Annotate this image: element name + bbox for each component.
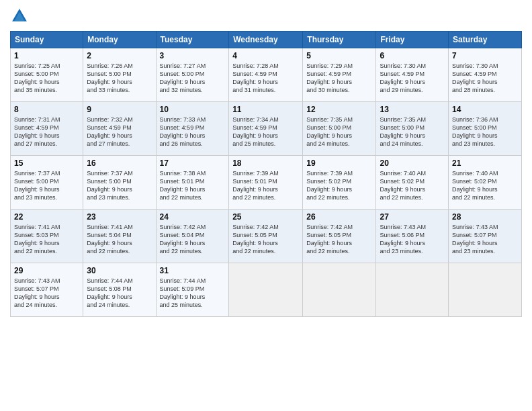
day-number: 20 [380,158,445,168]
calendar-cell: 8Sunrise: 7:31 AM Sunset: 4:59 PM Daylig… [11,102,83,156]
day-number: 24 [160,212,226,222]
calendar-cell: 3Sunrise: 7:27 AM Sunset: 5:00 PM Daylig… [156,48,229,102]
day-info: Sunrise: 7:33 AM Sunset: 4:59 PM Dayligh… [160,116,226,148]
calendar-week-4: 22Sunrise: 7:41 AM Sunset: 5:03 PM Dayli… [11,210,522,263]
calendar-cell: 11Sunrise: 7:34 AM Sunset: 4:59 PM Dayli… [229,102,303,156]
calendar-cell: 17Sunrise: 7:38 AM Sunset: 5:01 PM Dayli… [156,156,229,210]
day-number: 27 [380,212,445,222]
day-number: 13 [380,105,445,114]
day-number: 15 [14,158,79,168]
day-header-friday: Friday [376,32,449,48]
day-info: Sunrise: 7:25 AM Sunset: 5:00 PM Dayligh… [14,62,79,95]
day-info: Sunrise: 7:42 AM Sunset: 5:05 PM Dayligh… [306,223,372,256]
day-info: Sunrise: 7:27 AM Sunset: 5:00 PM Dayligh… [160,62,226,95]
day-number: 2 [87,51,152,60]
day-number: 22 [14,212,79,222]
calendar-cell: 10Sunrise: 7:33 AM Sunset: 4:59 PM Dayli… [156,102,229,156]
calendar-cell: 27Sunrise: 7:43 AM Sunset: 5:06 PM Dayli… [376,210,449,263]
day-info: Sunrise: 7:43 AM Sunset: 5:07 PM Dayligh… [452,223,518,256]
page-container: SundayMondayTuesdayWednesdayThursdayFrid… [0,0,532,324]
calendar-header-row: SundayMondayTuesdayWednesdayThursdayFrid… [11,32,522,48]
day-number: 6 [380,51,445,60]
day-number: 3 [160,51,226,60]
calendar-cell: 2Sunrise: 7:26 AM Sunset: 5:00 PM Daylig… [83,48,156,102]
calendar-cell [449,263,522,317]
day-info: Sunrise: 7:37 AM Sunset: 5:00 PM Dayligh… [87,169,152,202]
calendar-cell: 18Sunrise: 7:39 AM Sunset: 5:01 PM Dayli… [229,156,303,210]
day-info: Sunrise: 7:35 AM Sunset: 5:00 PM Dayligh… [380,116,445,148]
calendar-week-3: 15Sunrise: 7:37 AM Sunset: 5:00 PM Dayli… [11,156,522,210]
day-number: 8 [14,105,79,114]
calendar-cell [303,263,376,317]
calendar-cell: 31Sunrise: 7:44 AM Sunset: 5:09 PM Dayli… [156,263,229,317]
calendar-cell [229,263,303,317]
calendar-cell: 19Sunrise: 7:39 AM Sunset: 5:02 PM Dayli… [303,156,376,210]
calendar-cell: 7Sunrise: 7:30 AM Sunset: 4:59 PM Daylig… [449,48,522,102]
day-info: Sunrise: 7:38 AM Sunset: 5:01 PM Dayligh… [160,169,226,202]
calendar-cell: 14Sunrise: 7:36 AM Sunset: 5:00 PM Dayli… [449,102,522,156]
day-info: Sunrise: 7:31 AM Sunset: 4:59 PM Dayligh… [14,116,79,148]
day-number: 26 [306,212,372,222]
calendar-cell: 21Sunrise: 7:40 AM Sunset: 5:02 PM Dayli… [449,156,522,210]
day-header-saturday: Saturday [449,32,522,48]
day-number: 10 [160,105,226,114]
calendar-cell: 30Sunrise: 7:44 AM Sunset: 5:08 PM Dayli… [83,263,156,317]
calendar-cell: 22Sunrise: 7:41 AM Sunset: 5:03 PM Dayli… [11,210,83,263]
calendar-cell: 15Sunrise: 7:37 AM Sunset: 5:00 PM Dayli… [11,156,83,210]
calendar-cell: 1Sunrise: 7:25 AM Sunset: 5:00 PM Daylig… [11,48,83,102]
calendar-cell: 9Sunrise: 7:32 AM Sunset: 4:59 PM Daylig… [83,102,156,156]
day-info: Sunrise: 7:39 AM Sunset: 5:01 PM Dayligh… [232,169,299,202]
page-header [10,7,522,26]
logo [10,7,32,26]
day-header-wednesday: Wednesday [229,32,303,48]
day-number: 30 [87,266,152,275]
day-number: 25 [232,212,299,222]
calendar-cell: 5Sunrise: 7:29 AM Sunset: 4:59 PM Daylig… [303,48,376,102]
calendar-cell: 28Sunrise: 7:43 AM Sunset: 5:07 PM Dayli… [449,210,522,263]
day-info: Sunrise: 7:40 AM Sunset: 5:02 PM Dayligh… [380,169,445,202]
day-info: Sunrise: 7:41 AM Sunset: 5:04 PM Dayligh… [87,223,152,256]
day-number: 7 [452,51,518,60]
day-number: 1 [14,51,79,60]
day-number: 28 [452,212,518,222]
calendar-cell: 4Sunrise: 7:28 AM Sunset: 4:59 PM Daylig… [229,48,303,102]
day-info: Sunrise: 7:44 AM Sunset: 5:08 PM Dayligh… [87,277,152,310]
logo-icon [10,7,29,26]
day-number: 17 [160,158,226,168]
calendar-cell: 16Sunrise: 7:37 AM Sunset: 5:00 PM Dayli… [83,156,156,210]
calendar-cell: 24Sunrise: 7:42 AM Sunset: 5:04 PM Dayli… [156,210,229,263]
calendar-cell: 26Sunrise: 7:42 AM Sunset: 5:05 PM Dayli… [303,210,376,263]
calendar-cell: 12Sunrise: 7:35 AM Sunset: 5:00 PM Dayli… [303,102,376,156]
calendar-cell: 6Sunrise: 7:30 AM Sunset: 4:59 PM Daylig… [376,48,449,102]
day-info: Sunrise: 7:39 AM Sunset: 5:02 PM Dayligh… [306,169,372,202]
calendar-table: SundayMondayTuesdayWednesdayThursdayFrid… [10,31,522,317]
day-info: Sunrise: 7:37 AM Sunset: 5:00 PM Dayligh… [14,169,79,202]
day-number: 21 [452,158,518,168]
day-number: 18 [232,158,299,168]
calendar-week-1: 1Sunrise: 7:25 AM Sunset: 5:00 PM Daylig… [11,48,522,102]
day-info: Sunrise: 7:35 AM Sunset: 5:00 PM Dayligh… [306,116,372,148]
day-header-monday: Monday [83,32,156,48]
day-info: Sunrise: 7:43 AM Sunset: 5:07 PM Dayligh… [14,277,79,310]
day-info: Sunrise: 7:26 AM Sunset: 5:00 PM Dayligh… [87,62,152,95]
day-number: 16 [87,158,152,168]
calendar-cell: 13Sunrise: 7:35 AM Sunset: 5:00 PM Dayli… [376,102,449,156]
day-info: Sunrise: 7:34 AM Sunset: 4:59 PM Dayligh… [232,116,299,148]
calendar-week-2: 8Sunrise: 7:31 AM Sunset: 4:59 PM Daylig… [11,102,522,156]
day-number: 14 [452,105,518,114]
calendar-cell: 29Sunrise: 7:43 AM Sunset: 5:07 PM Dayli… [11,263,83,317]
day-info: Sunrise: 7:42 AM Sunset: 5:05 PM Dayligh… [232,223,299,256]
day-info: Sunrise: 7:41 AM Sunset: 5:03 PM Dayligh… [14,223,79,256]
day-info: Sunrise: 7:32 AM Sunset: 4:59 PM Dayligh… [87,116,152,148]
day-info: Sunrise: 7:28 AM Sunset: 4:59 PM Dayligh… [232,62,299,95]
day-number: 11 [232,105,299,114]
day-info: Sunrise: 7:44 AM Sunset: 5:09 PM Dayligh… [160,277,226,310]
day-info: Sunrise: 7:40 AM Sunset: 5:02 PM Dayligh… [452,169,518,202]
day-header-tuesday: Tuesday [156,32,229,48]
calendar-cell [376,263,449,317]
calendar-cell: 25Sunrise: 7:42 AM Sunset: 5:05 PM Dayli… [229,210,303,263]
day-number: 4 [232,51,299,60]
day-number: 9 [87,105,152,114]
calendar-cell: 23Sunrise: 7:41 AM Sunset: 5:04 PM Dayli… [83,210,156,263]
day-number: 29 [14,266,79,275]
